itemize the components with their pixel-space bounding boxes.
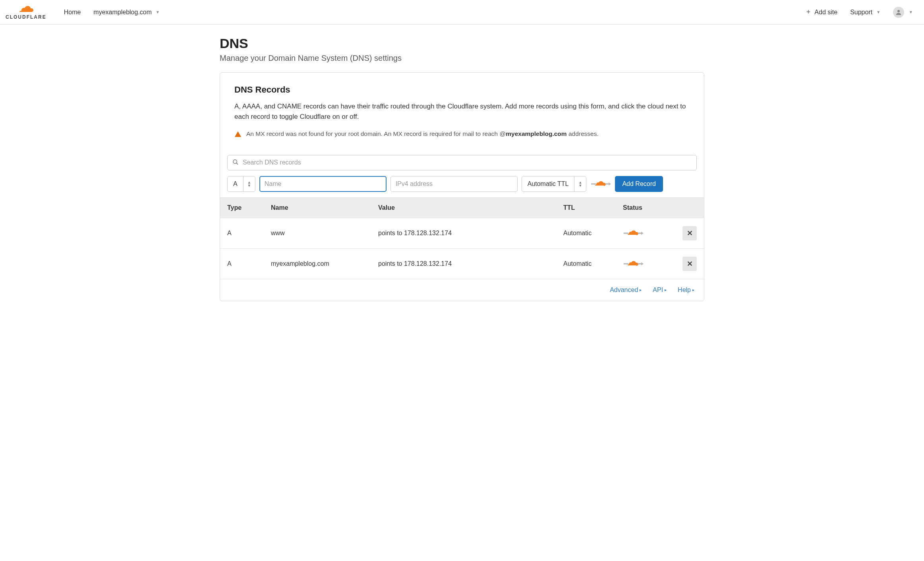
th-value: Value	[371, 197, 556, 218]
cell-status	[616, 218, 675, 248]
th-type: Type	[220, 197, 264, 218]
cell-type: A	[220, 248, 264, 279]
support-label: Support	[850, 9, 872, 16]
record-name-input[interactable]	[265, 177, 381, 191]
user-icon	[893, 7, 904, 18]
card-description: A, AAAA, and CNAME records can have thei…	[234, 101, 690, 122]
dns-records-card: DNS Records A, AAAA, and CNAME records c…	[220, 72, 704, 301]
account-menu[interactable]: ▼	[887, 0, 919, 24]
proxy-status-toggle[interactable]	[623, 259, 668, 269]
cell-ttl: Automatic	[556, 248, 616, 279]
add-record-label: Add Record	[622, 180, 656, 187]
mx-warning: An MX record was not found for your root…	[234, 130, 690, 139]
brand-logo[interactable]: CLOUDFLARE	[6, 5, 46, 20]
chevron-down-icon: ▼	[876, 10, 880, 14]
cloud-icon	[16, 5, 35, 15]
ttl-select[interactable]: Automatic TTL ▲▼	[522, 176, 587, 192]
proxy-status-toggle[interactable]	[623, 228, 668, 238]
svg-point-1	[233, 160, 237, 163]
proxy-status-toggle[interactable]	[590, 179, 611, 189]
advanced-link[interactable]: Advanced ▸	[610, 286, 642, 294]
cell-name: www	[264, 218, 371, 248]
warning-text: An MX record was not found for your root…	[246, 130, 599, 137]
card-title: DNS Records	[234, 85, 690, 95]
page-content: DNS Manage your Domain Name System (DNS)…	[220, 25, 704, 317]
dns-records-table: Type Name Value TTL Status A www points …	[220, 197, 704, 279]
page-title: DNS	[220, 36, 704, 51]
brand-name: CLOUDFLARE	[6, 14, 46, 20]
delete-record-button[interactable]: ✕	[682, 257, 697, 271]
search-input-wrap[interactable]	[227, 155, 697, 170]
stepper-icon: ▲▼	[574, 176, 586, 192]
cell-ttl: Automatic	[556, 218, 616, 248]
nav-home[interactable]: Home	[58, 0, 87, 24]
card-footer-links: Advanced ▸ API ▸ Help ▸	[220, 279, 704, 301]
nav-home-label: Home	[64, 9, 81, 16]
top-bar: CLOUDFLARE Home myexampleblog.com ▼ + Ad…	[0, 0, 924, 25]
warning-icon	[234, 131, 242, 139]
search-icon	[232, 159, 239, 166]
warning-suffix: addresses.	[567, 130, 599, 137]
triangle-right-icon: ▸	[640, 288, 642, 292]
table-row[interactable]: A www points to 178.128.132.174 Automati…	[220, 218, 704, 248]
chevron-down-icon: ▼	[156, 10, 160, 14]
record-name-input-wrap[interactable]	[259, 176, 387, 192]
cell-status	[616, 248, 675, 279]
th-status: Status	[616, 197, 675, 218]
chevron-down-icon: ▼	[909, 10, 913, 14]
ttl-value: Automatic TTL	[522, 180, 574, 188]
record-value-input[interactable]	[396, 176, 512, 192]
record-type-value: A	[228, 180, 243, 188]
add-record-form: A ▲▼ Automatic TTL ▲▼	[220, 176, 704, 197]
add-site-label: Add site	[814, 9, 837, 16]
cell-value: points to 178.128.132.174	[371, 248, 556, 279]
site-selector-label: myexampleblog.com	[93, 9, 152, 16]
delete-record-button[interactable]: ✕	[682, 226, 697, 240]
close-icon: ✕	[687, 229, 693, 238]
add-record-button[interactable]: Add Record	[615, 176, 663, 192]
page-subtitle: Manage your Domain Name System (DNS) set…	[220, 54, 704, 63]
close-icon: ✕	[687, 259, 693, 268]
add-site-button[interactable]: + Add site	[800, 0, 844, 24]
support-menu[interactable]: Support ▼	[844, 0, 887, 24]
cell-type: A	[220, 218, 264, 248]
cell-value: points to 178.128.132.174	[371, 218, 556, 248]
cell-name: myexampleblog.com	[264, 248, 371, 279]
triangle-right-icon: ▸	[665, 288, 667, 292]
search-input[interactable]	[243, 159, 692, 166]
triangle-right-icon: ▸	[692, 288, 694, 292]
stepper-icon: ▲▼	[243, 176, 255, 192]
warning-domain: myexampleblog.com	[506, 130, 566, 137]
table-row[interactable]: A myexampleblog.com points to 178.128.13…	[220, 248, 704, 279]
record-type-select[interactable]: A ▲▼	[227, 176, 255, 192]
svg-point-0	[897, 10, 900, 12]
plus-icon: +	[806, 8, 811, 16]
warning-prefix: An MX record was not found for your root…	[246, 130, 506, 137]
svg-line-2	[236, 163, 238, 164]
th-name: Name	[264, 197, 371, 218]
site-selector[interactable]: myexampleblog.com ▼	[87, 0, 166, 24]
help-link[interactable]: Help ▸	[678, 286, 694, 294]
record-value-input-wrap[interactable]	[390, 176, 518, 192]
th-ttl: TTL	[556, 197, 616, 218]
api-link[interactable]: API ▸	[653, 286, 667, 294]
